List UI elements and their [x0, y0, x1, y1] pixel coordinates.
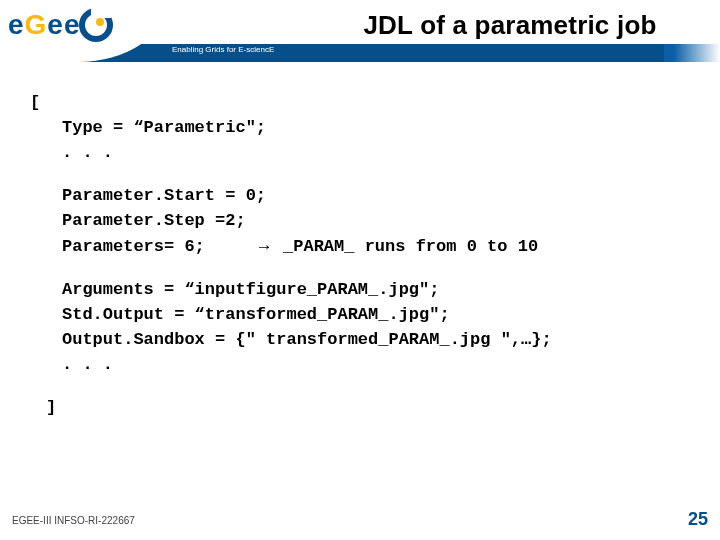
code-line-param-start: Parameter.Start = 0;: [62, 183, 700, 208]
code-ellipsis: . . .: [62, 352, 700, 377]
arrow-icon: →: [256, 234, 273, 259]
logo-dot-icon: [96, 18, 104, 26]
logo-letter: G: [25, 9, 48, 41]
logo-letter: e: [8, 9, 25, 41]
page-title: JDL of a parametric job: [310, 10, 710, 41]
code-text: Parameters= 6;: [62, 237, 205, 256]
code-content: [ Type = “Parametric"; . . . Parameter.S…: [30, 90, 700, 420]
logo-letter: e: [47, 9, 64, 41]
code-open-bracket: [: [30, 90, 700, 115]
code-text: _PARAM_ runs from 0 to 10: [283, 237, 538, 256]
code-ellipsis: . . .: [62, 140, 700, 165]
code-close-bracket: ]: [30, 395, 700, 420]
logo-arc-icon: [79, 8, 113, 42]
code-line-param-step: Parameter.Step =2;: [62, 208, 700, 233]
header-tagline: Enabling Grids for E-sciencE: [172, 45, 274, 54]
slide-number: 25: [688, 509, 708, 530]
code-line-param-count: Parameters= 6; → _PARAM_ runs from 0 to …: [62, 233, 700, 259]
slide-header: Enabling Grids for E-sciencE JDL of a pa…: [0, 0, 720, 62]
code-line-type: Type = “Parametric";: [62, 115, 700, 140]
code-line-stdoutput: Std.Output = “transformed_PARAM_.jpg";: [62, 302, 700, 327]
footer-reference: EGEE-III INFSO-RI-222667: [12, 515, 135, 526]
header-band-decoration: [664, 44, 720, 62]
code-line-arguments: Arguments = “inputfigure_PARAM_.jpg";: [62, 277, 700, 302]
code-line-outputsandbox: Output.Sandbox = {" transformed_PARAM_.j…: [62, 327, 700, 352]
